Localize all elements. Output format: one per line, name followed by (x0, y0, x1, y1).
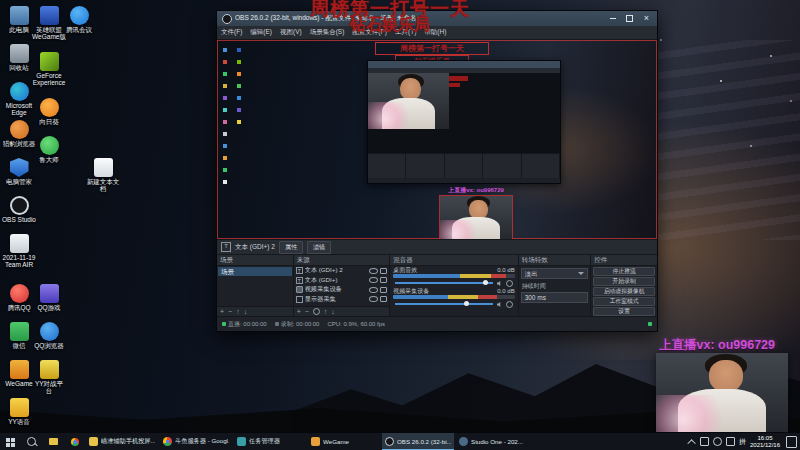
visibility-eye-icon[interactable] (369, 268, 378, 274)
scene-item[interactable]: 场景 (218, 267, 292, 276)
taskbar-app-aim-assist[interactable]: 瞄准辅助手机投屏... (86, 433, 158, 450)
live-time: 直播: 00:00:00 (228, 320, 267, 329)
source-row[interactable]: 视频采集设备 (294, 285, 390, 295)
desktop-icon-lol-wegame[interactable]: 英雄联盟WeGame版 (32, 6, 66, 40)
desktop-icon-tencent-meeting[interactable]: 腾讯会议 (62, 6, 96, 33)
minimize-button[interactable] (604, 11, 621, 26)
duration-input[interactable]: 300 ms (521, 292, 589, 303)
nested-obs-preview (368, 73, 560, 153)
obs-preview[interactable]: 周榜第一打号一天 钻石娱乐局 (217, 40, 657, 239)
scenes-list[interactable]: 场景 (217, 266, 293, 316)
network-icon[interactable] (726, 437, 735, 446)
volume-icon[interactable] (713, 437, 722, 446)
clock[interactable]: 16:05 2021/12/16 (750, 435, 780, 449)
obs-icon (385, 437, 394, 446)
desktop-icon-wegame[interactable]: WeGame (2, 360, 36, 387)
start-recording-button[interactable]: 开始录制 (593, 277, 655, 286)
move-source-down-button[interactable] (331, 308, 335, 316)
desktop-icon-yy-battle[interactable]: YY对战平台 (32, 360, 66, 394)
obs-window[interactable]: OBS 26.0.2 (32-bit, windows) - 配置文件: 未命名… (216, 10, 658, 332)
source-row[interactable]: 文本 (GDI+) (294, 276, 390, 286)
visibility-eye-icon[interactable] (369, 296, 378, 302)
maximize-button[interactable] (621, 11, 638, 26)
desktop-icon-ludashi[interactable]: 鲁大师 (32, 136, 66, 163)
stop-streaming-button[interactable]: 停止推流 (593, 267, 655, 276)
lock-icon[interactable] (380, 277, 387, 283)
desktop-icon-geforce[interactable]: GeForce Experience (32, 52, 66, 86)
studio-mode-button[interactable]: 工作室模式 (593, 297, 655, 306)
desktop-icon-wechat[interactable]: 微信 (2, 322, 36, 349)
volume-slider[interactable] (393, 279, 514, 287)
desktop-icon-browser[interactable]: 猎豹浏览器 (2, 120, 36, 147)
add-source-button[interactable] (297, 308, 301, 316)
desktop-icon-qq-games[interactable]: QQ游戏 (32, 284, 66, 311)
speaker-icon[interactable] (497, 281, 503, 287)
light-flare (368, 102, 415, 129)
desktop-icon-this-pc[interactable]: 此电脑 (2, 6, 36, 33)
close-button[interactable] (638, 11, 655, 26)
taskbar-app-studio-one[interactable]: Studio One - 202... (456, 433, 528, 450)
transitions-dock: 转场特效 淡出 持续时间 300 ms (519, 255, 592, 316)
notification-center-icon[interactable] (786, 436, 797, 448)
nested-webcam-caption: 上直播vx: ou996729 (436, 186, 516, 195)
desktop-icon-qq-browser[interactable]: QQ浏览器 (32, 322, 66, 349)
tray-shield-icon[interactable] (700, 437, 709, 446)
ime-indicator[interactable]: 拼 (739, 437, 746, 447)
channel-gear-icon[interactable] (506, 301, 513, 308)
desktop-icon-file-team-air[interactable]: 2021-11-19 Team AIR (2, 234, 36, 268)
source-properties-button[interactable]: 属性 (279, 241, 303, 254)
channel-gear-icon[interactable] (506, 280, 513, 287)
yy-battle-icon (40, 360, 59, 379)
desktop-icon-recycle-bin[interactable]: 回收站 (2, 44, 36, 71)
chrome-button[interactable] (64, 433, 86, 450)
taskbar-app-obs[interactable]: OBS 26.0.2 (32-bi... (382, 433, 454, 450)
speaker-icon[interactable] (497, 302, 503, 308)
taskbar-app-task-manager[interactable]: 任务管理器 (234, 433, 306, 450)
desktop-icon-pc-manager[interactable]: 电脑管家 (2, 158, 36, 185)
source-row[interactable]: 显示器采集 (294, 295, 390, 305)
move-scene-up-button[interactable] (236, 308, 240, 316)
desktop-icon-qq[interactable]: 腾讯QQ (2, 284, 36, 311)
sources-list[interactable]: 文本 (GDI+) 2 文本 (GDI+) 视频采集设备 (294, 266, 390, 316)
desktop-icon-label: 2021-11-19 Team AIR (2, 254, 36, 268)
lock-icon[interactable] (380, 296, 387, 302)
file-explorer-button[interactable] (42, 433, 64, 450)
volume-slider[interactable] (393, 300, 514, 308)
source-filters-button[interactable]: 滤镜 (307, 241, 331, 254)
visibility-eye-icon[interactable] (369, 277, 378, 283)
mixer-channel-name: 视频采集设备 (393, 288, 429, 295)
red-banner-overlay: 周榜第一打号一天 钻石娱乐局 (240, 0, 540, 32)
desktop-icon-new-text-doc[interactable]: 新建文本文档 (86, 158, 120, 192)
settings-button[interactable]: 设置 (593, 307, 655, 316)
task-manager-icon (237, 437, 246, 446)
desktop-icon-edge[interactable]: Microsoft Edge (2, 82, 36, 116)
add-scene-button[interactable] (220, 308, 224, 316)
tray-expand-chevron-icon[interactable] (687, 439, 695, 447)
desktop-icon-obs-studio[interactable]: OBS Studio (2, 196, 36, 223)
remove-source-button[interactable] (305, 308, 309, 316)
move-source-up-button[interactable] (324, 308, 328, 316)
slider-knob[interactable] (483, 280, 488, 285)
transition-select[interactable]: 淡出 (521, 268, 589, 279)
start-button[interactable] (0, 433, 20, 450)
source-settings-gear-icon[interactable] (313, 308, 320, 315)
visibility-eye-icon[interactable] (369, 287, 378, 293)
remove-scene-button[interactable] (228, 308, 232, 316)
scenes-dock: 场景 场景 (217, 255, 294, 316)
taskbar: 瞄准辅助手机投屏... 斗鱼服务器 - Googl... 任务管理器 WeGam… (0, 432, 800, 450)
taskbar-app-label: 斗鱼服务器 - Googl... (175, 437, 229, 446)
pc-manager-icon (10, 158, 29, 177)
desktop-icon-sunflower[interactable]: 向日葵 (32, 98, 66, 125)
move-scene-down-button[interactable] (244, 308, 248, 316)
search-button[interactable] (20, 433, 42, 450)
obs-app-icon (222, 14, 232, 24)
lock-icon[interactable] (380, 287, 387, 293)
virtual-camera-button[interactable]: 启动虚拟摄像机 (593, 287, 655, 296)
lock-icon[interactable] (380, 268, 387, 274)
taskbar-app-browser[interactable]: 斗鱼服务器 - Googl... (160, 433, 232, 450)
source-row[interactable]: 文本 (GDI+) 2 (294, 266, 390, 276)
desktop-icon-yy-voice[interactable]: YY语音 (2, 398, 36, 425)
slider-knob[interactable] (464, 301, 469, 306)
geforce-icon (40, 52, 59, 71)
taskbar-app-wegame[interactable]: WeGame (308, 433, 380, 450)
